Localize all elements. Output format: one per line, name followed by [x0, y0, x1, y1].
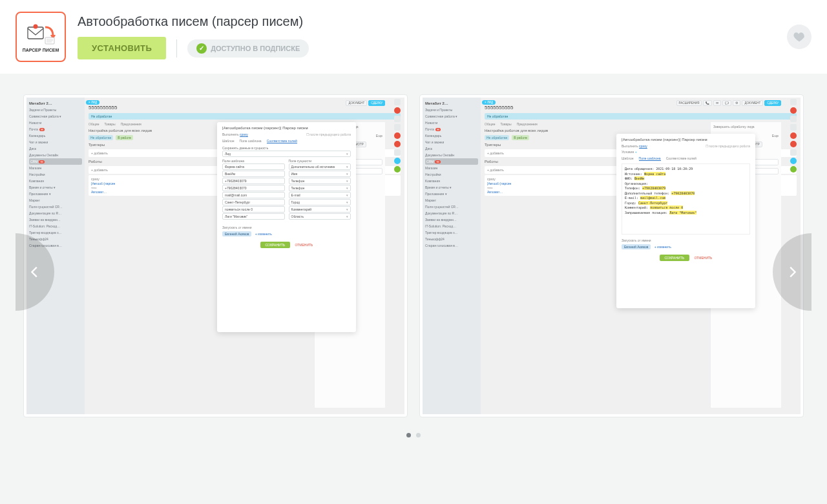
shot1-main: × ЛИД 5555555555 Не обработан Общие Това…	[85, 98, 404, 414]
tab-products: Товары	[104, 122, 115, 126]
subscription-badge: ✓ ДОСТУПНО В ПОДПИСКЕ	[187, 39, 309, 58]
heart-icon	[793, 30, 806, 43]
tab-general: Общие	[89, 122, 99, 126]
app-icon-label: ПАРСЕР ПИСЕМ	[23, 48, 59, 52]
d1-cancel: ОТМЕНИТЬ	[295, 243, 313, 247]
envelope-arrow-icon	[26, 22, 56, 47]
d1-title: [Автообработка писем (парсинг)] Парсер п…	[222, 126, 351, 130]
svg-point-1	[34, 24, 38, 28]
rp2-finish: Завершить обработку лида	[713, 125, 779, 129]
shot1-brand: Метабит 2…	[29, 100, 82, 107]
d2-run-now-link: сразу	[639, 144, 647, 148]
shot2-brand: Метабит 2…	[425, 100, 478, 107]
favorite-button[interactable]	[787, 25, 811, 49]
subscription-label: ДОСТУПНО В ПОДПИСКЕ	[211, 45, 300, 52]
shot2-top-actions: РАСШИРЕНИЯ 📞✉💬⚙ ДОКУМЕНТ СДЕЛКУ	[676, 100, 781, 106]
shot1-menu: Задачи и ПроектыСовместная работа ▾Новос…	[29, 107, 82, 249]
d2-tab-field: Поле шаблона	[639, 156, 661, 161]
btn-doc: ДОКУМЕНТ	[346, 100, 367, 106]
gallery-dots	[16, 433, 811, 437]
tab2-products: Товары	[500, 122, 511, 126]
d1-behalf: Запускать от имени	[222, 226, 351, 229]
btn-ext2: РАСШИРЕНИЯ	[676, 100, 702, 106]
d2-behalf: Запускать от имени	[622, 238, 750, 242]
stage2-not-processed: Не обработан	[485, 135, 509, 140]
lead-pill2: × ЛИД	[482, 100, 496, 105]
dialog-template-field: [Автообработка писем (парсинг)] Парсер п…	[616, 134, 755, 308]
d1-col2-h: Поле сущности	[289, 159, 351, 163]
shot2-main: × ЛИД 5555555555 Не обработан Общие Това…	[481, 98, 801, 414]
lead-status: Не обработан	[89, 113, 401, 120]
d1-user: Евгений Акимов	[222, 231, 251, 236]
d1-save: СОХРАНИТЬ	[260, 242, 290, 248]
d2-run-lbl: Выполнить	[622, 144, 638, 148]
btn-doc2: ДОКУМЕНТ	[742, 100, 763, 106]
d2-conditions: Условия +	[622, 150, 750, 154]
screenshot-gallery: Метабит 2… Задачи и ПроектыСовместная ра…	[16, 94, 811, 417]
screenshot-card-2[interactable]: Метабит 2… Задачи и ПроектыСовместная ра…	[419, 94, 804, 417]
gallery-wrapper: Метабит 2… Задачи и ПроектыСовместная ра…	[0, 74, 827, 470]
d2-tabs: Шаблон Поле шаблона Соответствие полей	[622, 156, 750, 161]
d1-tab-mapping: Соответствие полей	[267, 139, 297, 143]
page-title: Автообработка писем (парсер писем)	[78, 14, 309, 29]
screenshot-2: Метабит 2… Задачи и ПроектыСовместная ра…	[423, 98, 801, 414]
tab-offers: Предложения	[121, 122, 141, 126]
rp2-more: Еще	[772, 134, 779, 138]
d2-tab-template: Шаблон	[622, 156, 634, 161]
screenshot-1: Метабит 2… Задачи и ПроектыСовместная ра…	[26, 98, 404, 414]
app-icon: ПАРСЕР ПИСЕМ	[16, 12, 66, 62]
d1-tabs: Шаблон Поле шаблона Соответствие полей	[222, 139, 351, 143]
d2-user: Евгений Акимов	[622, 244, 651, 249]
d1-change: + изменить	[255, 232, 272, 236]
svg-rect-0	[28, 27, 43, 39]
d2-save: СОХРАНИТЬ	[660, 255, 689, 261]
divider	[176, 39, 177, 58]
shot2-menu: Задачи и ПроектыСовместная работа ▾Новос…	[425, 107, 478, 249]
d1-col1-h: Поле шаблона	[222, 159, 285, 163]
shot1-top-actions: ДОКУМЕНТ СДЕЛКУ	[346, 100, 385, 106]
stage-in-work: В работе	[116, 135, 133, 140]
d2-change: + изменить	[654, 245, 671, 249]
dot-1[interactable]	[406, 433, 411, 437]
chevron-right-icon	[785, 265, 799, 279]
d1-run-lbl: Выполнить	[222, 132, 239, 136]
stage2-in-work: В работе	[512, 135, 529, 140]
chevron-left-icon	[28, 265, 42, 279]
d1-tab-field: Поле шаблона	[240, 139, 262, 143]
d1-after: после предыдущего робота	[309, 132, 351, 136]
shot2-sidebar: Метабит 2… Задачи и ПроектыСовместная ра…	[423, 98, 481, 414]
tab2-general: Общие	[485, 122, 495, 126]
dot-2[interactable]	[416, 433, 421, 437]
d2-tab-mapping: Соответствие полей	[666, 156, 696, 161]
shot1-iconcol	[392, 99, 403, 173]
stage-not-processed: Не обработан	[89, 135, 113, 140]
install-button[interactable]: УСТАНОВИТЬ	[78, 37, 166, 59]
btn-deal2: СДЕЛКУ	[764, 100, 781, 106]
check-icon: ✓	[196, 43, 207, 54]
d2-title: [Автообработка писем (парсинг)] Парсер п…	[622, 138, 750, 142]
d1-entity: Лид	[222, 151, 351, 157]
lead-pill: × ЛИД	[86, 100, 99, 105]
screenshot-card-1[interactable]: Метабит 2… Задачи и ПроектыСовместная ра…	[23, 94, 408, 417]
shot2-iconcol	[788, 99, 799, 173]
d2-cancel: ОТМЕНИТЬ	[694, 256, 712, 260]
d1-run-now-link: сразу	[240, 132, 248, 136]
tab2-offers: Предложения	[517, 122, 538, 126]
d1-saveto: Сохранять данные в сущность	[222, 146, 351, 150]
d2-raw-body: Дата обращения: 2021-09-18 10:20:29Источ…	[622, 163, 750, 235]
dialog-field-mapping: [Автообработка писем (парсинг)] Парсер п…	[217, 122, 356, 332]
rp-more: Еще	[376, 134, 382, 138]
app-header: ПАРСЕР ПИСЕМ Автообработка писем (парсер…	[0, 0, 827, 74]
d1-tab-template: Шаблон	[222, 139, 235, 143]
lead-status2: Не обработан	[485, 113, 797, 120]
d2-after: после предыдущего робота	[709, 144, 750, 148]
btn-deal: СДЕЛКУ	[368, 100, 385, 106]
header-actions: УСТАНОВИТЬ ✓ ДОСТУПНО В ПОДПИСКЕ	[78, 37, 309, 59]
title-block: Автообработка писем (парсер писем) УСТАН…	[78, 14, 309, 59]
